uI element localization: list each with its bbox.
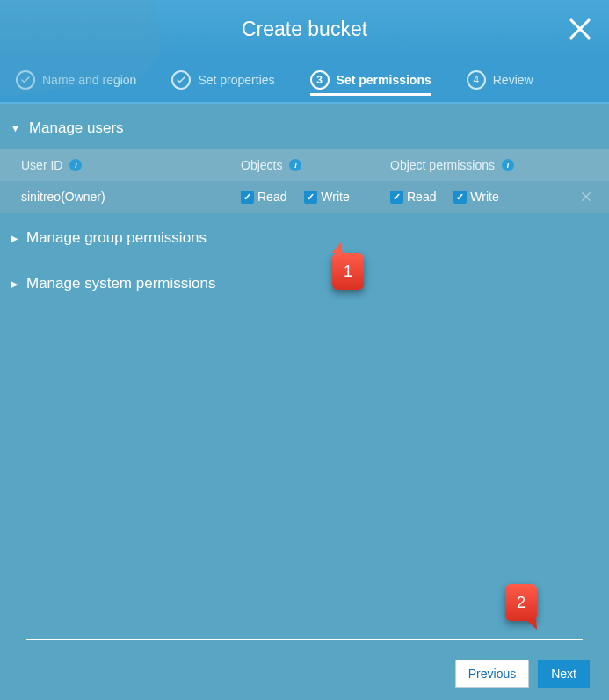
annotation-callout-2: 2	[505, 584, 537, 621]
remove-row-button[interactable]	[574, 191, 598, 203]
dialog-content: ▼ Manage users User ID i Objects i Objec…	[0, 104, 609, 647]
checkbox-objects-read[interactable]	[241, 191, 254, 204]
info-icon[interactable]: i	[289, 159, 301, 171]
column-label: Object permissions	[390, 158, 495, 172]
section-title: Manage users	[29, 119, 124, 137]
caret-right-icon: ▶	[11, 278, 18, 290]
cell-user-id: sinitreo(Owner)	[21, 190, 241, 204]
caret-right-icon: ▶	[11, 233, 18, 244]
permissions-table-header: User ID i Objects i Object permissions i	[0, 149, 609, 181]
next-button[interactable]: Next	[538, 660, 590, 688]
info-icon[interactable]: i	[69, 159, 82, 171]
column-label: User ID	[21, 158, 62, 172]
previous-button[interactable]: Previous	[455, 660, 529, 688]
section-manage-system-permissions[interactable]: ▶ Manage system permissions	[0, 259, 609, 305]
section-title: Manage group permissions	[26, 229, 207, 247]
x-icon	[580, 191, 592, 203]
close-icon	[567, 16, 593, 42]
dialog-footer: Previous Next	[455, 660, 590, 688]
annotation-callout-1: 1	[332, 253, 364, 290]
dialog-title: Create bucket	[242, 18, 367, 41]
step-review[interactable]: 4 Review	[467, 70, 533, 90]
section-title: Manage system permissions	[26, 275, 215, 292]
table-row: sinitreo(Owner) Read Write Read Write	[0, 181, 609, 213]
step-label: Set permissions	[337, 73, 431, 87]
dialog-header: Create bucket	[0, 0, 609, 58]
checkbox-label: Read	[257, 190, 286, 204]
step-label: Set properties	[198, 73, 274, 87]
step-set-permissions[interactable]: 3 Set permissions	[310, 70, 431, 96]
checkbox-objects-write[interactable]	[304, 191, 317, 204]
step-number: 4	[467, 70, 486, 90]
column-objects: Objects i	[241, 158, 390, 172]
column-user-id: User ID i	[21, 158, 241, 172]
close-button[interactable]	[567, 16, 593, 42]
checkbox-label: Write	[321, 190, 349, 204]
checkbox-label: Write	[470, 190, 498, 204]
checkbox-permissions-write[interactable]	[453, 191, 467, 204]
cell-objects: Read Write	[241, 190, 390, 204]
step-number: 3	[310, 70, 330, 90]
checkbox-permissions-read[interactable]	[390, 191, 403, 204]
step-set-properties[interactable]: Set properties	[171, 70, 274, 90]
info-icon[interactable]: i	[502, 159, 514, 171]
step-label: Review	[493, 73, 533, 87]
section-manage-group-permissions[interactable]: ▶ Manage group permissions	[0, 213, 609, 259]
column-label: Objects	[241, 158, 282, 172]
footer-divider	[26, 639, 583, 640]
section-manage-users[interactable]: ▼ Manage users	[0, 104, 609, 149]
cell-object-permissions: Read Write	[390, 190, 574, 204]
checkmark-icon	[171, 70, 191, 90]
caret-down-icon: ▼	[11, 123, 20, 134]
column-object-permissions: Object permissions i	[390, 158, 598, 172]
checkbox-label: Read	[407, 190, 436, 204]
